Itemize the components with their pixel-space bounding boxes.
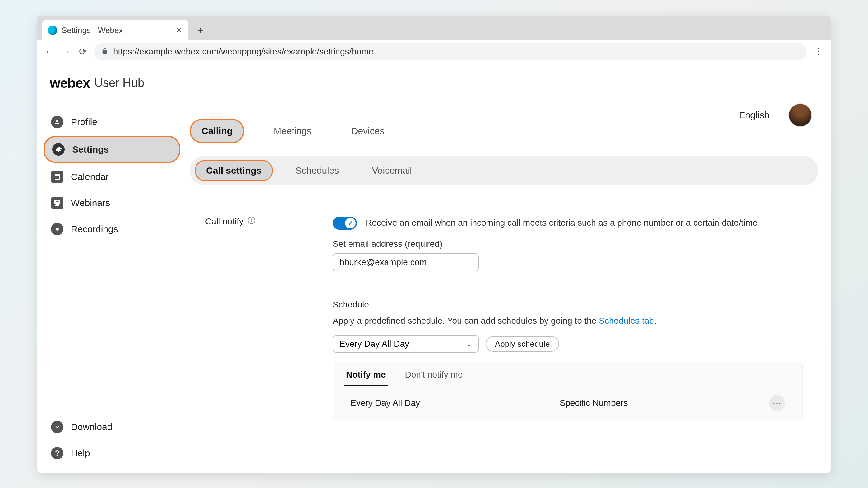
tab-title: Settings - Webex	[62, 26, 171, 35]
sidebar-item-settings[interactable]: Settings	[43, 136, 180, 163]
lock-icon	[101, 47, 108, 56]
schedule-select[interactable]: Every Day All Day ⌄	[333, 335, 479, 353]
sidebar-item-help[interactable]: ? Help	[43, 441, 180, 466]
main-content: English Calling Meetings Devices Call se…	[187, 103, 831, 473]
address-bar[interactable]: https://example.webex.com/webappng/sites…	[94, 43, 806, 60]
schedule-desc-prefix: Apply a predefined schedule. You can add…	[333, 316, 599, 325]
notify-row-schedule: Every Day All Day	[350, 398, 547, 408]
call-notify-description: Receive an email when an incoming call m…	[366, 217, 757, 229]
divider	[333, 287, 803, 287]
avatar[interactable]	[788, 103, 812, 127]
subtab-call-settings[interactable]: Call settings	[195, 160, 273, 181]
download-icon	[51, 421, 63, 433]
browser-tab[interactable]: Settings - Webex ×	[42, 20, 188, 40]
close-icon[interactable]: ×	[175, 24, 183, 36]
tab-calling[interactable]: Calling	[190, 119, 244, 143]
notify-row-numbers: Specific Numbers	[560, 398, 756, 408]
browser-toolbar: ← → ⟳ https://example.webex.com/webappng…	[37, 40, 831, 63]
row-more-button[interactable]: ⋯	[769, 395, 785, 411]
subtab-voicemail[interactable]: Voicemail	[361, 161, 422, 180]
record-icon	[51, 223, 63, 235]
sidebar-item-recordings[interactable]: Recordings	[43, 217, 180, 241]
sidebar-item-label: Settings	[72, 144, 109, 155]
divider	[779, 109, 779, 121]
sidebar-item-label: Calendar	[71, 171, 109, 182]
schedules-tab-link[interactable]: Schedules tab	[599, 316, 654, 325]
reload-button[interactable]: ⟳	[77, 46, 88, 57]
check-icon: ✓	[345, 218, 355, 228]
schedule-title: Schedule	[333, 300, 803, 310]
sidebar-item-calendar[interactable]: Calendar	[43, 164, 180, 189]
info-icon[interactable]: i	[248, 217, 255, 224]
call-notify-toggle[interactable]: ✓	[333, 217, 357, 230]
person-icon	[51, 116, 63, 128]
webex-favicon	[48, 26, 57, 35]
chevron-down-icon: ⌄	[466, 340, 472, 348]
sidebar-item-label: Help	[71, 448, 90, 458]
subtab-schedules[interactable]: Schedules	[285, 161, 349, 180]
call-notify-card: Call notify i ✓ Receive an email when an…	[190, 204, 818, 439]
sidebar-item-label: Profile	[71, 117, 97, 127]
browser-menu-button[interactable]: ⋮	[812, 47, 825, 57]
schedule-desc-suffix: .	[654, 316, 657, 325]
sidebar-item-label: Download	[71, 422, 112, 432]
notify-card: Notify me Don't notify me Every Day All …	[333, 362, 803, 420]
sidebar-item-label: Recordings	[71, 224, 118, 234]
browser-tab-bar: Settings - Webex × +	[37, 16, 831, 40]
apply-schedule-button[interactable]: Apply schedule	[486, 336, 559, 352]
sidebar-item-profile[interactable]: Profile	[43, 110, 180, 135]
email-label: Set email address (required)	[333, 239, 803, 249]
new-tab-button[interactable]: +	[194, 24, 207, 37]
gear-icon	[52, 143, 65, 155]
secondary-tabs: Call settings Schedules Voicemail	[190, 155, 818, 185]
sidebar-item-download[interactable]: Download	[43, 414, 180, 439]
sidebar: Profile Settings Calendar	[37, 103, 187, 473]
schedule-select-value: Every Day All Day	[340, 339, 409, 349]
svg-point-0	[56, 228, 59, 231]
tab-notify-me[interactable]: Notify me	[344, 367, 388, 386]
webex-logo: webex	[50, 75, 90, 91]
tab-devices[interactable]: Devices	[341, 120, 395, 142]
back-button[interactable]: ←	[43, 46, 55, 57]
notify-row: Every Day All Day Specific Numbers ⋯	[333, 386, 802, 420]
language-selector[interactable]: English	[739, 110, 770, 120]
calendar-icon	[51, 171, 63, 183]
sidebar-item-webinars[interactable]: Webinars	[43, 191, 180, 216]
user-hub-label: User Hub	[94, 76, 145, 90]
primary-tabs: Calling Meetings Devices	[190, 119, 818, 143]
tab-dont-notify-me[interactable]: Don't notify me	[403, 367, 465, 386]
presentation-icon	[51, 197, 63, 209]
email-field[interactable]	[333, 253, 479, 271]
tab-meetings[interactable]: Meetings	[263, 120, 322, 142]
schedule-description: Apply a predefined schedule. You can add…	[333, 316, 803, 326]
sidebar-item-label: Webinars	[71, 198, 110, 208]
url-text: https://example.webex.com/webappng/sites…	[113, 47, 373, 57]
app-header: webex User Hub	[37, 63, 831, 103]
forward-button[interactable]: →	[60, 46, 71, 57]
help-icon: ?	[51, 447, 63, 459]
section-label: Call notify	[205, 217, 243, 227]
